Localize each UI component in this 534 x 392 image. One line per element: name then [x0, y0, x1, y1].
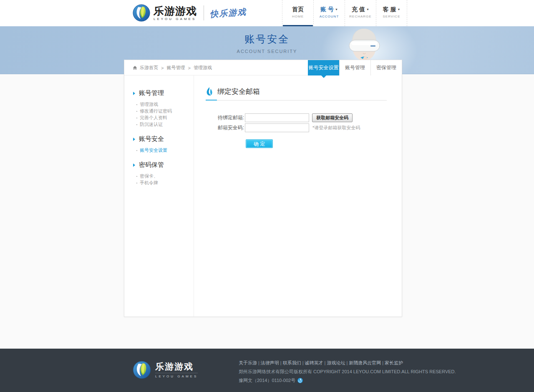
footer-link-jobs[interactable]: 诚聘英才: [305, 360, 323, 365]
breadcrumb-separator: >: [188, 65, 190, 70]
banner-subtitle: ACCOUNT SECURITY: [0, 49, 534, 54]
chevron-down-icon: ▼: [366, 8, 369, 11]
logo-subname: LEYOU GAMES: [154, 17, 197, 21]
leyou-logo-icon: [133, 361, 151, 379]
card-body: 账号管理 管理游戏 修改通行证密码 完善个人资料 防沉迷认证 账号安全 账号安全…: [124, 75, 402, 317]
banner-titles: 账号安全 ACCOUNT SECURITY: [0, 33, 534, 54]
sidebar-title-label: 账号安全: [139, 135, 164, 143]
sidebar-section-account-management: 账号管理 管理游戏 修改通行证密码 完善个人资料 防沉迷认证: [124, 89, 194, 128]
breadcrumb-account-link[interactable]: 账号管理: [166, 65, 185, 71]
email-row: 待绑定邮箱: 获取邮箱安全码: [212, 113, 387, 122]
main-panel: 绑定安全邮箱 待绑定邮箱: 获取邮箱安全码 邮箱安全码: *请登录邮箱获取安全码…: [194, 75, 402, 317]
sidebar-title-password-keeping[interactable]: 密码保管: [124, 161, 194, 169]
logo-divider: [204, 5, 204, 20]
nav-item-account[interactable]: 账 号▼ ACCOUNT: [313, 0, 345, 26]
footer-logo-subname: LEYOU GAMES: [155, 373, 198, 378]
footer-link-separator: |: [280, 360, 282, 365]
footer-logo-text: 乐游游戏 LEYOU GAMES: [155, 362, 198, 378]
sidebar-title-label: 账号管理: [139, 89, 164, 97]
logo-tagline: 快乐游戏: [209, 6, 247, 20]
sidebar-title-label: 密码保管: [139, 161, 164, 169]
header: 乐游游戏 LEYOU GAMES 快乐游戏 首页 HOME 账 号▼ ACCOU…: [0, 0, 534, 26]
footer-link-separator: |: [302, 360, 304, 365]
footer-icp-number: 豫网文（2014）0110-002号: [239, 377, 295, 384]
footer-links: 关于乐游|法律声明|联系我们|诚聘英才|游戏论坛|新隋唐风云官网|家长监护: [239, 360, 456, 366]
get-email-code-button[interactable]: 获取邮箱安全码: [312, 113, 353, 122]
footer-text: 关于乐游|法律声明|联系我们|诚聘英才|游戏论坛|新隋唐风云官网|家长监护 郑州…: [239, 360, 456, 384]
page: 乐游游戏 LEYOU GAMES 快乐游戏 首页 HOME 账 号▼ ACCOU…: [0, 0, 534, 392]
sidebar-item-mobile-token[interactable]: 手机令牌: [124, 179, 194, 186]
footer-link-about[interactable]: 关于乐游: [239, 360, 257, 365]
triangle-right-icon: [133, 163, 135, 167]
chevron-down-icon: ▼: [397, 8, 400, 11]
footer-link-contact[interactable]: 联系我们: [283, 360, 301, 365]
tab-account-management[interactable]: 账号管理: [339, 60, 370, 75]
footer-link-separator: |: [325, 360, 326, 365]
breadcrumb-home-link[interactable]: 乐游首页: [140, 65, 158, 71]
breadcrumb-separator: >: [161, 65, 164, 70]
sidebar-item-complete-profile[interactable]: 完善个人资料: [124, 114, 194, 121]
footer: 乐游游戏 LEYOU GAMES 关于乐游|法律声明|联系我们|诚聘英才|游戏论…: [0, 349, 534, 392]
confirm-button[interactable]: 确 定: [246, 139, 273, 148]
sidebar-item-anti-addiction[interactable]: 防沉迷认证: [124, 121, 194, 128]
code-input[interactable]: [245, 123, 309, 132]
footer-link-legal[interactable]: 法律声明: [261, 360, 279, 365]
footer-link-separator: |: [346, 360, 348, 365]
tab-account-security-settings[interactable]: 账号安全设置: [308, 60, 339, 75]
tab-bar: 账号安全设置 账号管理 密保管理: [308, 60, 402, 75]
section-header: 绑定安全邮箱: [206, 87, 387, 101]
code-label: 邮箱安全码:: [212, 124, 244, 131]
footer-link-separator: |: [382, 360, 383, 365]
footer-logo: 乐游游戏 LEYOU GAMES: [133, 361, 198, 379]
title-underline-accent: [206, 100, 217, 101]
footer-link-separator: |: [258, 360, 259, 365]
footer-link-forum[interactable]: 游戏论坛: [327, 360, 345, 365]
footer-copyright: 郑州乐游网络技术有限公司版权所有 COPYRIGHT 2014 LEYOU.CO…: [239, 369, 456, 375]
sidebar-title-account-security[interactable]: 账号安全: [124, 135, 194, 143]
code-hint: *请登录邮箱获取安全码: [312, 125, 360, 131]
triangle-right-icon: [133, 138, 135, 141]
sidebar: 账号管理 管理游戏 修改通行证密码 完善个人资料 防沉迷认证 账号安全 账号安全…: [124, 75, 194, 317]
nav-item-home[interactable]: 首页 HOME: [282, 0, 313, 26]
bind-email-form: 待绑定邮箱: 获取邮箱安全码 邮箱安全码: *请登录邮箱获取安全码 确 定: [206, 113, 387, 148]
leyou-logo-icon: [133, 4, 150, 22]
nav-account-sublabel: ACCOUNT: [314, 15, 345, 18]
chevron-down-icon: ▼: [335, 8, 338, 11]
tab-password-protection[interactable]: 密保管理: [370, 60, 402, 75]
main-nav: 首页 HOME 账 号▼ ACCOUNT 充 值▼ RECHARGE 客 服▼ …: [282, 0, 407, 26]
banner-title: 账号安全: [0, 33, 534, 46]
nav-service-sublabel: SERVICE: [376, 15, 407, 18]
breadcrumb-current: 管理游戏: [194, 65, 212, 71]
email-input[interactable]: [245, 113, 309, 122]
code-row: 邮箱安全码: *请登录邮箱获取安全码: [212, 123, 387, 132]
email-label: 待绑定邮箱:: [212, 114, 244, 121]
nav-item-service[interactable]: 客 服▼ SERVICE: [376, 0, 407, 26]
sidebar-title-account-management[interactable]: 账号管理: [124, 89, 194, 97]
sidebar-item-change-password[interactable]: 修改通行证密码: [124, 108, 194, 114]
sidebar-section-password-keeping: 密码保管 密保卡、 手机令牌: [124, 161, 194, 186]
footer-logo-name: 乐游游戏: [155, 362, 198, 371]
nav-home-label: 首页: [282, 6, 313, 13]
nav-recharge-label: 充 值▼: [345, 6, 376, 13]
nav-home-sublabel: HOME: [282, 15, 313, 18]
logo-text: 乐游游戏 LEYOU GAMES: [154, 5, 197, 21]
footer-icp: 豫网文（2014）0110-002号: [239, 377, 456, 384]
sidebar-item-manage-games[interactable]: 管理游戏: [124, 101, 194, 108]
sidebar-item-security-card[interactable]: 密保卡、: [124, 173, 194, 179]
home-icon: [133, 65, 137, 70]
footer-link-parental[interactable]: 家长监护: [385, 360, 403, 365]
triangle-right-icon: [133, 92, 135, 95]
leyou-flame-icon: [206, 87, 213, 96]
section-title: 绑定安全邮箱: [217, 87, 260, 96]
nav-service-label: 客 服▼: [376, 6, 407, 13]
logo-name: 乐游游戏: [154, 5, 197, 16]
sidebar-section-account-security: 账号安全 账号安全设置: [124, 135, 194, 153]
license-badge-icon: [297, 378, 303, 383]
footer-link-game-site[interactable]: 新隋唐风云官网: [349, 360, 381, 365]
nav-recharge-sublabel: RECHARGE: [345, 15, 376, 18]
site-logo[interactable]: 乐游游戏 LEYOU GAMES 快乐游戏: [133, 4, 247, 22]
sidebar-item-security-settings[interactable]: 账号安全设置: [124, 147, 194, 153]
nav-item-recharge[interactable]: 充 值▼ RECHARGE: [345, 0, 376, 26]
card-header: 乐游首页 > 账号管理 > 管理游戏 账号安全设置 账号管理 密保管理: [124, 60, 402, 75]
content-card: 乐游首页 > 账号管理 > 管理游戏 账号安全设置 账号管理 密保管理 账号管理: [124, 60, 402, 317]
